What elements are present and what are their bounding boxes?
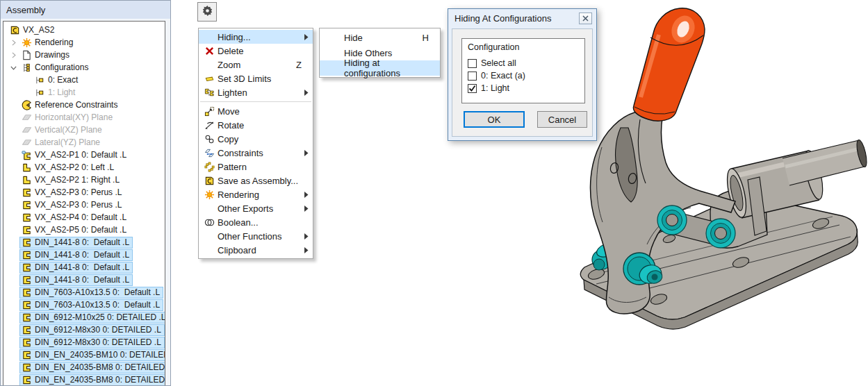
menu-item-boolean[interactable]: Boolean... — [199, 215, 313, 229]
tree-item[interactable]: Reference Constraints — [3, 99, 165, 111]
tree-item[interactable]: DIN_6912-M8x30 0: DETAILED .L — [3, 336, 165, 349]
tree-item[interactable]: DIN_6912-M8x30 0: DETAILED .L — [3, 324, 165, 336]
checkbox-row[interactable]: 1: Light — [468, 82, 584, 94]
menu-item-hiding[interactable]: Hiding... — [199, 30, 313, 44]
tree-item[interactable]: DIN_EN_24035-BM8 0: DETAILED .L — [3, 374, 165, 385]
checkbox[interactable] — [468, 59, 477, 68]
checkbox[interactable] — [468, 72, 477, 81]
part-lock-icon — [21, 149, 33, 160]
menu-item-label: Lighten — [218, 87, 302, 98]
gear-button[interactable] — [197, 2, 217, 22]
ok-button[interactable]: OK — [464, 111, 525, 128]
tree-item[interactable]: Lateral(YZ) Plane — [3, 136, 165, 149]
tree-item-content: VX_AS2-P4 0: Default .L — [19, 212, 130, 224]
tree-item-label: DIN_EN_24035-BM8 0: DETAILED .L — [35, 375, 165, 385]
menu-item-clipboard[interactable]: Clipboard — [199, 243, 313, 257]
tree-item[interactable]: DIN_6912-M10x25 0: DETAILED .L — [3, 311, 165, 324]
menu-item-lighten[interactable]: Lighten — [199, 85, 313, 99]
submenu-arrow-icon — [302, 150, 309, 156]
tree-item[interactable]: VX_AS2-P1 0: Default .L — [3, 149, 165, 161]
tree-item[interactable]: Horizontal(XY) Plane — [3, 111, 165, 124]
tree-item[interactable]: Drawings — [3, 49, 165, 61]
tree-item-content: DIN_EN_24035-BM8 0: DETAILED .L — [19, 374, 165, 386]
menu-item-hide[interactable]: HideH — [320, 30, 440, 45]
menu-item-hiding-at-configurations[interactable]: Hiding at configurations — [320, 60, 440, 76]
checkbox-row[interactable]: Select all — [468, 57, 584, 69]
configuration-item-icon — [34, 87, 46, 98]
tree-item-label: 0: Exact — [48, 75, 78, 85]
menu-item-save-as-assembly[interactable]: Save as Assembly... — [199, 174, 313, 187]
menu-item-other-exports[interactable]: Other Exports — [199, 201, 313, 215]
menu-item-constraints[interactable]: Constraints — [199, 146, 313, 160]
configuration-check-list: Select all0: Exact (a)1: Light — [468, 57, 584, 94]
tree-item-content: DIN_1441-8 0: Default .L — [19, 237, 133, 249]
checkbox[interactable] — [468, 84, 477, 93]
chevron-down-icon[interactable] — [8, 62, 19, 73]
tree-item[interactable]: VX_AS2-P2 0: Left .L — [3, 161, 165, 174]
chevron-right-icon[interactable] — [8, 49, 19, 60]
model-rod[interactable] — [783, 139, 868, 185]
tree-item-label: DIN_7603-A10x13.5 0: Default .L — [35, 287, 160, 297]
tree-item[interactable]: Vertical(XZ) Plane — [3, 124, 165, 136]
page-icon — [21, 49, 33, 60]
tree-item[interactable]: 0: Exact — [3, 74, 165, 86]
tree-item[interactable]: VX_AS2-P2 1: Right .L — [3, 174, 165, 186]
dialog-close-button[interactable] — [579, 12, 592, 24]
tree-item-content: DIN_1441-8 0: Default .L — [19, 262, 133, 274]
menu-item-delete[interactable]: Delete — [199, 44, 313, 58]
gear-icon — [202, 5, 213, 19]
tree-item[interactable]: Configurations — [3, 61, 165, 74]
tree-item[interactable]: DIN_7603-A10x13.5 0: Default .L — [3, 299, 165, 311]
tree-item-label: Vertical(XZ) Plane — [35, 125, 102, 135]
tree-item[interactable]: DIN_7603-A10x13.5 0: Default .L — [3, 286, 165, 299]
part-icon — [21, 374, 33, 385]
tree-item-label: DIN_1441-8 0: Default .L — [35, 262, 129, 272]
tree-item-label: 1: Light — [48, 87, 75, 97]
tree-item-content: VX_AS2-P2 0: Left .L — [19, 162, 117, 174]
tree-item[interactable]: DIN_1441-8 0: Default .L — [3, 249, 165, 261]
tree-item-label: Lateral(YZ) Plane — [35, 137, 100, 147]
menu-item-rotate[interactable]: Rotate — [199, 118, 313, 132]
model-handle[interactable] — [633, 8, 705, 121]
tree-item[interactable]: VX_AS2-P3 0: Perus .L — [3, 186, 165, 199]
model-fastener-bearing-b[interactable] — [706, 219, 735, 248]
menu-item-other-functions[interactable]: Other Functions — [199, 229, 313, 243]
menu-item-pattern[interactable]: Pattern — [199, 160, 313, 174]
3d-viewport[interactable] — [570, 0, 868, 386]
chevron-right-icon[interactable] — [8, 37, 19, 48]
rotate-icon — [202, 120, 218, 131]
menu-item-move[interactable]: Move — [199, 104, 313, 118]
tree-item[interactable]: DIN_EN_24035-BM10 0: DETAILED .L — [3, 349, 165, 361]
tree-item[interactable]: Rendering — [3, 36, 165, 49]
tree-item-label: VX_AS2-P2 1: Right .L — [35, 175, 120, 185]
menu-item-rendering[interactable]: Rendering — [199, 187, 313, 201]
menu-item-label: Hide — [344, 33, 423, 43]
boolean-icon — [202, 217, 218, 228]
part-icon — [21, 237, 33, 248]
part-icon — [21, 324, 33, 335]
tree-item[interactable]: DIN_1441-8 0: Default .L — [3, 236, 165, 249]
hiding-submenu: HideHHide OthersHiding at configurations — [319, 28, 441, 78]
tree-item[interactable]: DIN_EN_24035-BM8 0: DETAILED .L — [3, 361, 165, 374]
reference-constraints-icon — [21, 99, 33, 110]
menu-item-label: Copy — [218, 134, 309, 144]
menu-item-set-3d-limits[interactable]: Set 3D Limits — [199, 72, 313, 85]
submenu-arrow-icon — [302, 247, 309, 253]
cancel-button[interactable]: Cancel — [537, 111, 587, 128]
tree-item[interactable]: DIN_1441-8 0: Default .L — [3, 261, 165, 274]
tree-item[interactable]: VX_AS2-P3 0: Perus .L — [3, 199, 165, 211]
tree-item[interactable]: VX_AS2-P4 0: Default .L — [3, 211, 165, 224]
model-fastener-bearing-a[interactable] — [657, 205, 687, 235]
tree-item[interactable]: VX_AS2-P5 0: Default .L — [3, 224, 165, 236]
menu-item-zoom[interactable]: ZoomZ — [199, 58, 313, 72]
application-window: Assembly VX_AS2RenderingDrawingsConfigur… — [0, 0, 868, 386]
limits-icon — [202, 74, 218, 84]
checkbox-row[interactable]: 0: Exact (a) — [468, 69, 584, 82]
tree-item-content: Lateral(YZ) Plane — [19, 137, 104, 149]
menu-item-copy[interactable]: Copy — [199, 132, 313, 146]
tree-item[interactable]: 1: Light — [3, 86, 165, 99]
tree-item-label: VX_AS2 — [23, 25, 54, 35]
dialog-titlebar[interactable]: Hiding At Configurations — [448, 9, 596, 28]
tree-item[interactable]: VX_AS2 — [3, 24, 165, 36]
tree-item[interactable]: DIN_1441-8 0: Default .L — [3, 274, 165, 286]
